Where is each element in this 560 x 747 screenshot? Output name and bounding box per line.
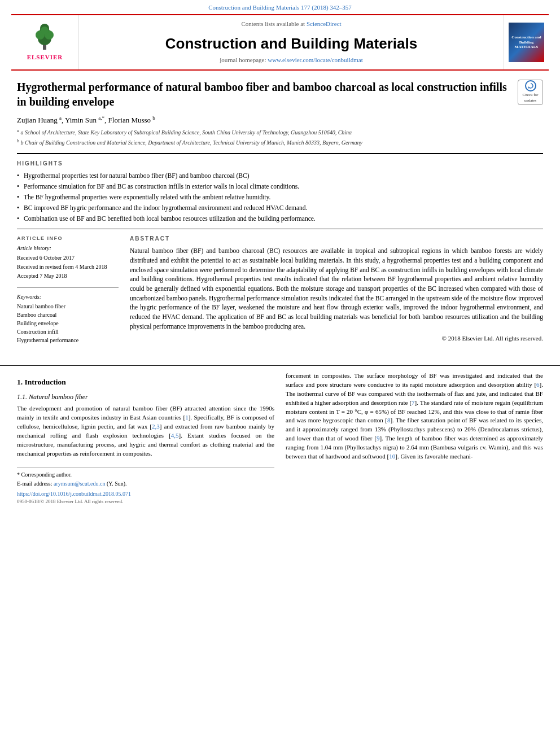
keywords-section: Keywords: Natural bamboo fiber Bamboo ch… [17,293,119,344]
journal-header-right: Construction and Building MATERIALS [504,15,549,69]
page: Construction and Building Materials 177 … [0,0,560,747]
check-updates-badge: Check for updates [518,80,543,105]
elsevier-logo: ELSEVIER [27,23,63,62]
top-ref-bar: Construction and Building Materials 177 … [0,0,560,14]
keywords-label: Keywords: [17,293,119,301]
abstract-column: ABSTRACT Natural bamboo fiber (BF) and b… [130,235,543,351]
authors-text: Zujian Huang a, Yimin Sun a,*, Florian M… [17,116,155,124]
body-right-text: forcement in composites. The surface mor… [286,372,543,461]
check-updates-label: Check for updates [518,93,542,104]
keywords-list: Natural bamboo fiber Bamboo charcoal Bui… [17,303,119,344]
journal-header-left: ELSEVIER [11,15,79,69]
doi-link[interactable]: https://doi.org/10.1016/j.conbuildmat.20… [17,490,274,498]
section-divider-1 [17,153,543,154]
article-title: Hygrothermal performance of natural bamb… [17,80,509,109]
email-link[interactable]: arymsum@scut.edu.cn [54,480,105,487]
body-left-column: 1. Introduction 1.1. Natural bamboo fibe… [17,372,274,505]
article-title-section: Hygrothermal performance of natural bamb… [17,80,543,109]
corresponding-note: * Corresponding author. [17,471,274,479]
history-label: Article history: [17,244,119,252]
check-updates-icon [525,80,536,91]
highlights-label: HIGHLIGHTS [17,160,543,168]
issn-line: 0950-0618/© 2018 Elsevier Ltd. All right… [17,498,274,505]
homepage-link[interactable]: www.elsevier.com/locate/conbuildmat [268,56,363,63]
journal-homepage: journal homepage: www.elsevier.com/locat… [220,56,362,64]
footnote-area: * Corresponding author. E-mail address: … [17,467,274,505]
authors-line: Zujian Huang a, Yimin Sun a,*, Florian M… [17,115,543,126]
affiliations: a a School of Architecture, State Key La… [17,128,543,147]
accepted-date: Accepted 7 May 2018 [17,272,119,280]
highlights-list: Hygrothermal properties test for natural… [17,171,543,223]
highlights-section: HIGHLIGHTS Hygrothermal properties test … [17,160,543,223]
section-divider-2 [17,229,543,229]
abstract-text: Natural bamboo fiber (BF) and bamboo cha… [130,246,543,331]
list-item: Combination use of BF and BC benefited b… [17,214,543,223]
list-item: Bamboo charcoal [17,311,119,319]
body-right-column: forcement in composites. The surface mor… [286,372,543,505]
abstract-label: ABSTRACT [130,235,543,243]
article-info-label: ARTICLE INFO [17,235,119,242]
list-item: BC improved BF hygric performance and th… [17,203,543,212]
list-item: Performance simulation for BF and BC as … [17,182,543,191]
intro-heading: 1. Introduction [17,377,274,388]
refresh-icon [527,82,534,89]
list-item: Building envelope [17,320,119,327]
sciencedirect-link[interactable]: ScienceDirect [307,20,342,27]
revised-date: Received in revised form 4 March 2018 [17,263,119,271]
affiliation-b: b b Chair of Building Construction and M… [17,138,543,147]
journal-title: Construction and Building Materials [165,33,417,54]
list-item: Natural bamboo fiber [17,303,119,311]
received-date: Received 6 October 2017 [17,254,119,262]
list-item: Hygrothermal performance [17,337,119,344]
list-item: Hygrothermal properties test for natural… [17,171,543,180]
copyright-line: © 2018 Elsevier Ltd. All rights reserved… [130,334,543,343]
main-content: Hygrothermal performance of natural bamb… [0,71,560,362]
journal-header-center: Contents lists available at ScienceDirec… [79,15,504,69]
journal-ref-text: Construction and Building Materials 177 … [208,4,352,11]
elsevier-tree-icon [28,23,62,51]
info-abstract-columns: ARTICLE INFO Article history: Received 6… [17,235,543,351]
body-content: 1. Introduction 1.1. Natural bamboo fibe… [0,365,560,517]
list-item: The BF hygrothermal properties were expo… [17,193,543,202]
article-info-column: ARTICLE INFO Article history: Received 6… [17,235,119,351]
info-divider [17,287,119,287]
svg-point-6 [41,27,49,34]
intro-sub-heading: 1.1. Natural bamboo fiber [17,392,274,402]
affiliation-a: a a School of Architecture, State Key La… [17,128,543,137]
journal-header: ELSEVIER Contents lists available at Sci… [11,14,549,70]
elsevier-text: ELSEVIER [27,53,63,62]
article-history: Article history: Received 6 October 2017… [17,244,119,280]
svg-marker-7 [528,86,530,89]
journal-cover-thumbnail: Construction and Building MATERIALS [509,23,544,62]
contents-line: Contents lists available at ScienceDirec… [241,20,341,28]
intro-paragraph: The development and promotion of natural… [17,404,274,458]
list-item: Construction infill [17,328,119,336]
email-note: E-mail address: arymsum@scut.edu.cn (Y. … [17,480,274,488]
